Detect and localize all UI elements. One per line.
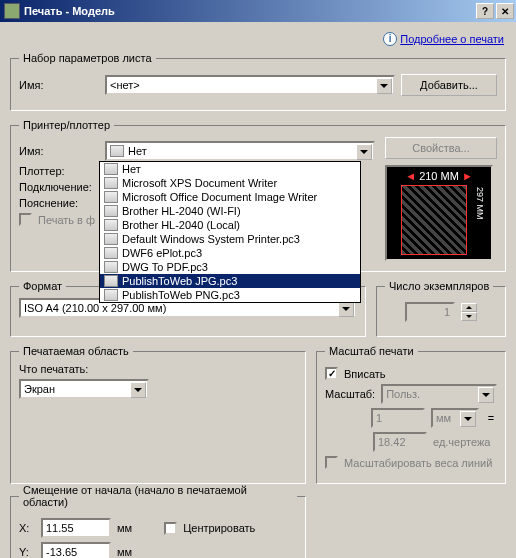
- print-to-file-label: Печать в ф: [38, 214, 95, 226]
- chevron-down-icon: [478, 387, 494, 403]
- printer-icon: [110, 145, 124, 157]
- page-setup-name-combo[interactable]: <нет>: [105, 75, 395, 95]
- page-setup-group: Набор параметров листа Имя: <нет> Добави…: [10, 52, 506, 111]
- help-button[interactable]: ?: [476, 3, 494, 19]
- plot-offset-legend: Смещение от начала (начало в печатаемой …: [19, 484, 297, 508]
- offset-y-label: Y:: [19, 546, 35, 558]
- print-area-legend: Печатаемая область: [19, 345, 133, 357]
- printer-option-label: PublishToWeb JPG.pc3: [122, 275, 237, 287]
- scale-numerator-input: 1: [371, 408, 425, 428]
- plotter-label: Плоттер:: [19, 165, 99, 177]
- printer-icon: [104, 233, 118, 245]
- fit-to-page-label: Вписать: [344, 368, 386, 380]
- scale-combo: Польз.: [381, 384, 497, 404]
- printer-option-label: Brother HL-2040 (WI-FI): [122, 205, 241, 217]
- printer-option[interactable]: Brother HL-2040 (Local): [100, 218, 360, 232]
- printer-option-label: Default Windows System Printer.pc3: [122, 233, 300, 245]
- printer-option[interactable]: Brother HL-2040 (WI-FI): [100, 204, 360, 218]
- scale-unit-combo: мм: [431, 408, 479, 428]
- printer-option-label: DWG To PDF.pc3: [122, 261, 208, 273]
- printer-name-dropdown-list[interactable]: НетMicrosoft XPS Document WriterMicrosof…: [99, 161, 361, 303]
- offset-x-label: X:: [19, 522, 35, 534]
- copies-legend: Число экземпляров: [385, 280, 493, 292]
- chevron-down-icon[interactable]: [338, 301, 354, 317]
- printer-option-label: Microsoft XPS Document Writer: [122, 177, 277, 189]
- printer-option-label: Microsoft Office Document Image Writer: [122, 191, 317, 203]
- center-plot-checkbox[interactable]: [164, 522, 177, 535]
- paper-preview: ◄ 210 MM ► 297 MM: [385, 165, 493, 261]
- printer-group: Принтер/плоттер Имя: Нет Плоттер: Подклю…: [10, 119, 506, 272]
- copies-group: Число экземпляров 1: [376, 280, 506, 337]
- print-to-file-checkbox: [19, 213, 32, 226]
- preview-height-label: 297 MM: [475, 187, 485, 220]
- chevron-down-icon[interactable]: [376, 78, 392, 94]
- what-to-print-combo[interactable]: Экран: [19, 379, 149, 399]
- page-setup-legend: Набор параметров листа: [19, 52, 156, 64]
- info-icon: i: [383, 32, 397, 46]
- printer-icon: [104, 191, 118, 203]
- printer-option[interactable]: DWG To PDF.pc3: [100, 260, 360, 274]
- chevron-down-icon[interactable]: [356, 144, 372, 160]
- chevron-down-icon: [460, 411, 476, 427]
- printer-option[interactable]: Microsoft Office Document Image Writer: [100, 190, 360, 204]
- app-icon: [4, 3, 20, 19]
- printer-icon: [104, 247, 118, 259]
- close-button[interactable]: ✕: [496, 3, 514, 19]
- printer-option-label: Brother HL-2040 (Local): [122, 219, 240, 231]
- chevron-down-icon[interactable]: [130, 382, 146, 398]
- preview-width-label: ◄ 210 MM ►: [387, 170, 491, 182]
- plot-offset-group: Смещение от начала (начало в печатаемой …: [10, 484, 306, 558]
- printer-option-label: Нет: [122, 163, 141, 175]
- offset-y-unit: мм: [117, 546, 132, 558]
- fit-to-page-checkbox[interactable]: [325, 367, 338, 380]
- printer-option-label: PublishToWeb PNG.pc3: [122, 289, 240, 301]
- printer-icon: [104, 289, 118, 301]
- printer-name-label: Имя:: [19, 145, 99, 157]
- scale-denominator-input: 18.42: [373, 432, 427, 452]
- drawing-units-label: ед.чертежа: [433, 436, 497, 448]
- dialog-body: i Подробнее о печати Набор параметров ли…: [0, 22, 516, 558]
- equals-label: =: [485, 412, 497, 424]
- printer-icon: [104, 261, 118, 273]
- help-link-row: i Подробнее о печати: [10, 28, 506, 52]
- scale-lineweights-checkbox: [325, 456, 338, 469]
- more-about-print-link[interactable]: Подробнее о печати: [400, 33, 504, 45]
- printer-option[interactable]: Default Windows System Printer.pc3: [100, 232, 360, 246]
- printer-icon: [104, 219, 118, 231]
- scale-label: Масштаб:: [325, 388, 375, 400]
- print-scale-legend: Масштаб печати: [325, 345, 418, 357]
- scale-lineweights-label: Масштабировать веса линий: [344, 457, 492, 469]
- title-bar: Печать - Модель ? ✕: [0, 0, 516, 22]
- printer-icon: [104, 177, 118, 189]
- add-page-setup-button[interactable]: Добавить...: [401, 74, 497, 96]
- connection-label: Подключение:: [19, 181, 99, 193]
- copies-input: 1: [405, 302, 455, 322]
- description-label: Пояснение:: [19, 197, 99, 209]
- page-setup-name-label: Имя:: [19, 79, 99, 91]
- properties-button: Свойства...: [385, 137, 497, 159]
- offset-x-input[interactable]: 11.55: [41, 518, 111, 538]
- print-area-group: Печатаемая область Что печатать: Экран: [10, 345, 306, 484]
- printer-option-label: DWF6 ePlot.pc3: [122, 247, 202, 259]
- printer-name-combo[interactable]: Нет: [105, 141, 375, 161]
- printer-icon: [104, 163, 118, 175]
- print-scale-group: Масштаб печати Вписать Масштаб: Польз. 1…: [316, 345, 506, 484]
- printer-icon: [104, 205, 118, 217]
- copies-spinner: [461, 303, 477, 321]
- printer-legend: Принтер/плоттер: [19, 119, 114, 131]
- printer-option[interactable]: PublishToWeb JPG.pc3: [100, 274, 360, 288]
- printer-option[interactable]: PublishToWeb PNG.pc3: [100, 288, 360, 302]
- paper-format-legend: Формат: [19, 280, 66, 292]
- what-to-print-label: Что печатать:: [19, 363, 297, 375]
- window-title: Печать - Модель: [24, 5, 474, 17]
- offset-y-input[interactable]: -13.65: [41, 542, 111, 558]
- printer-option[interactable]: Нет: [100, 162, 360, 176]
- offset-x-unit: мм: [117, 522, 132, 534]
- center-plot-label: Центрировать: [183, 522, 255, 534]
- printer-option[interactable]: DWF6 ePlot.pc3: [100, 246, 360, 260]
- printer-icon: [104, 275, 118, 287]
- printer-option[interactable]: Microsoft XPS Document Writer: [100, 176, 360, 190]
